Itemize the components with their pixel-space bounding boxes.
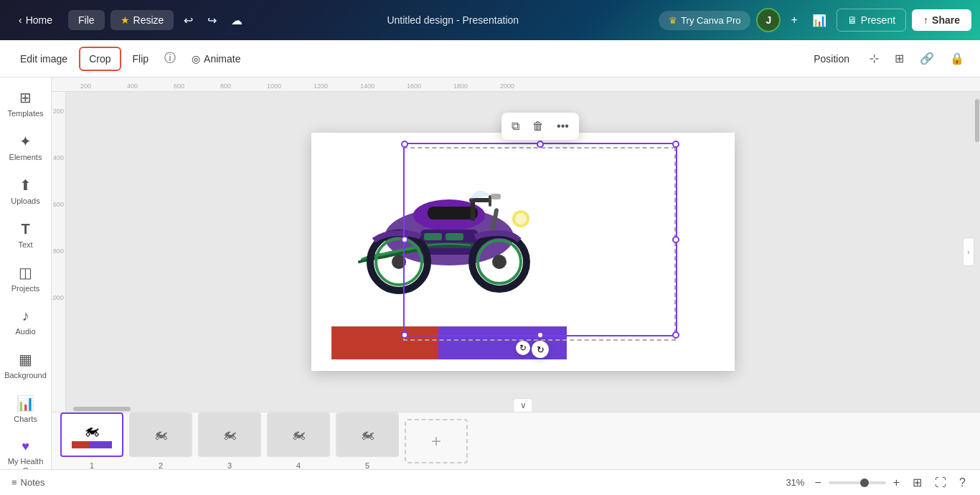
sidebar-item-charts[interactable]: 📊 Charts — [3, 389, 49, 430]
file-button[interactable]: File — [68, 10, 105, 30]
vertical-scrollbar-thumb[interactable] — [975, 99, 979, 142]
avatar[interactable]: J — [756, 8, 781, 32]
resize-button[interactable]: ★ Resize — [110, 10, 174, 30]
edit-image-button[interactable]: Edit image — [11, 48, 76, 70]
align-icon[interactable]: ⊹ — [865, 47, 883, 70]
document-title: Untitled design - Presentation — [387, 14, 519, 26]
slide-thumb-1[interactable]: 🏍 — [60, 412, 123, 457]
vertical-scrollbar[interactable] — [974, 92, 980, 412]
share-button[interactable]: ↑ Share — [912, 9, 971, 31]
horizontal-scrollbar-thumb[interactable] — [73, 407, 131, 411]
sidebar-item-text[interactable]: T Text — [3, 215, 49, 255]
notes-icon: ≡ — [11, 477, 17, 488]
analytics-button[interactable]: 📊 — [808, 9, 831, 32]
myhealth-icon: ♥ — [22, 439, 29, 454]
sidebar-item-background[interactable]: ▦ Background — [3, 345, 49, 386]
slide-4-icon: 🏍 — [291, 426, 306, 443]
undo-button[interactable]: ↩ — [179, 9, 197, 32]
lock-icon[interactable]: 🔒 — [946, 47, 969, 70]
copy-button[interactable]: ⧉ — [506, 116, 525, 137]
sidebar-item-elements[interactable]: ✦ Elements — [3, 127, 49, 168]
ruler-mark: 1600 — [407, 82, 453, 90]
notes-button[interactable]: ≡ Notes — [11, 477, 45, 488]
delete-icon: 🗑 — [532, 120, 544, 132]
sidebar-item-projects[interactable]: ◫ Projects — [3, 258, 49, 299]
projects-icon: ◫ — [19, 264, 32, 281]
fullscreen-button[interactable]: ⛶ — [932, 473, 949, 492]
slide-5-number: 5 — [365, 461, 369, 470]
chevron-right-icon: › — [967, 248, 969, 256]
handle-top-left[interactable] — [401, 141, 408, 148]
handle-middle-left[interactable] — [401, 236, 408, 243]
rotate-handle[interactable]: ↻ — [532, 341, 549, 358]
sidebar-item-templates[interactable]: ⊞ Templates — [3, 83, 49, 124]
handle-top-right[interactable] — [672, 141, 679, 148]
ruler-mark: 600 — [174, 82, 220, 90]
zoom-slider[interactable] — [829, 481, 886, 484]
cloud-save-button[interactable]: ☁ — [227, 9, 247, 32]
handle-middle-right[interactable] — [672, 236, 679, 243]
slide-3-number: 3 — [227, 461, 232, 470]
flip-button[interactable]: Flip — [124, 48, 158, 70]
ruler-marks-horizontal: 200 400 600 800 1000 1200 1400 1600 1800… — [80, 82, 547, 91]
zoom-out-button[interactable]: − — [811, 473, 824, 492]
plus-icon: + — [791, 14, 797, 27]
handle-bottom-right[interactable] — [672, 331, 679, 339]
redo-button[interactable]: ↪ — [203, 9, 221, 32]
rotate-bottom-handle[interactable]: ↻ — [516, 341, 530, 355]
share-icon: ↑ — [923, 14, 928, 26]
animate-button[interactable]: ◎ Animate — [183, 48, 249, 70]
grid-overlay-icon[interactable]: ⊞ — [890, 47, 908, 70]
crop-button[interactable]: Crop — [79, 47, 121, 71]
slide-5-icon: 🏍 — [360, 426, 374, 443]
add-collaborator-button[interactable]: + — [786, 9, 801, 31]
hide-panel-button[interactable]: ∨ — [514, 398, 533, 412]
ruler-mark-v: 800 — [53, 246, 64, 293]
handle-bottom-middle[interactable] — [537, 331, 544, 339]
more-options-button[interactable]: ••• — [551, 116, 575, 137]
slide-4-number: 4 — [296, 461, 301, 470]
grid-icon: ⊞ — [913, 476, 922, 489]
toolbar-right: Position ⊹ ⊞ 🔗 🔒 — [805, 47, 969, 70]
grid-button[interactable]: ⊞ — [910, 473, 925, 492]
zoom-slider-thumb[interactable] — [860, 478, 869, 487]
present-button[interactable]: 🖥 Present — [837, 9, 906, 32]
sidebar-item-audio[interactable]: ♪ Audio — [3, 302, 49, 342]
slide-thumb-2[interactable]: 🏍 — [129, 412, 192, 457]
help-button[interactable]: ? — [956, 473, 969, 492]
ruler-mark: 800 — [220, 82, 267, 90]
try-pro-button[interactable]: ♛ Try Canva Pro — [659, 11, 750, 30]
ruler-mark-v: 600 — [53, 199, 64, 246]
audio-icon: ♪ — [22, 308, 29, 324]
collapse-right-button[interactable]: › — [963, 237, 974, 266]
topbar: ‹ Home File ★ Resize ↩ ↪ ☁ Untitled desi… — [0, 0, 980, 40]
slide-1-wrap: 🏍 1 — [60, 412, 123, 470]
zoom-in-button[interactable]: + — [890, 473, 903, 492]
help-icon: ? — [959, 476, 966, 489]
slide-1-moto-icon: 🏍 — [84, 421, 100, 440]
topbar-center: Untitled design - Presentation — [253, 14, 653, 26]
slide-2-number: 2 — [159, 461, 163, 470]
ruler-mark-v: 400 — [53, 153, 64, 199]
rotate-bottom-icon: ↻ — [519, 343, 527, 353]
slide-thumb-5[interactable]: 🏍 — [336, 412, 399, 457]
position-button[interactable]: Position — [805, 48, 858, 70]
link-icon[interactable]: 🔗 — [915, 47, 938, 70]
ruler-mark-v: 200 — [53, 106, 64, 153]
add-slide-button[interactable]: + — [405, 419, 468, 463]
sidebar-item-myhealth[interactable]: ♥ My Health C — [3, 433, 49, 470]
slide[interactable]: ⧉ 🗑 ••• — [311, 133, 735, 371]
ruler-mark: 2000 — [500, 82, 547, 90]
sidebar-item-uploads[interactable]: ⬆ Uploads — [3, 171, 49, 212]
slide-thumb-3[interactable]: 🏍 — [198, 412, 261, 457]
delete-button[interactable]: 🗑 — [527, 116, 550, 137]
ruler-mark: 1200 — [314, 82, 360, 90]
canvas-scroll[interactable]: ⧉ 🗑 ••• — [66, 92, 980, 412]
toolbar: Edit image Crop Flip ⓘ ◎ Animate Positio… — [0, 40, 980, 77]
handle-top-middle[interactable] — [537, 141, 544, 148]
home-button[interactable]: ‹ Home — [9, 10, 62, 30]
slide-thumb-4[interactable]: 🏍 — [267, 412, 330, 457]
handle-bottom-left[interactable] — [401, 331, 408, 339]
info-button[interactable]: ⓘ — [160, 47, 180, 70]
selected-element[interactable]: ⧉ 🗑 ••• — [403, 143, 677, 336]
